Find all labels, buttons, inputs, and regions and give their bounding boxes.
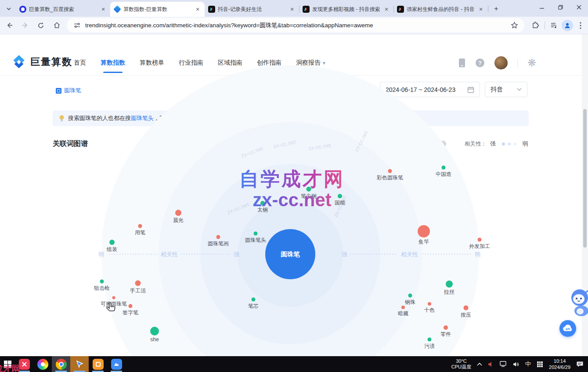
api-fab-button[interactable]: API (559, 320, 576, 337)
help-icon[interactable]: ? (475, 58, 485, 68)
bubble-太钢[interactable] (260, 201, 265, 205)
keyword-checkbox-icon[interactable] (56, 88, 61, 94)
tab-close-icon[interactable]: ✕ (100, 6, 107, 13)
taskbar-app-pointer-active[interactable] (70, 356, 89, 372)
browser-profile-avatar[interactable] (562, 20, 573, 31)
tab-title: 抖音-记录美好生活 (218, 6, 286, 13)
bubble-手工活[interactable] (135, 281, 141, 286)
nav-region[interactable]: 区域指南 (218, 57, 242, 69)
bubble-用笔[interactable] (138, 224, 142, 228)
back-icon[interactable] (3, 19, 16, 32)
url-text[interactable]: trendinsight.oceanengine.com/arithmetic-… (85, 22, 507, 29)
nav-home[interactable]: 首页 (74, 57, 86, 69)
browser-tab-5[interactable]: 强家村生鲜食品的抖音 - 抖音 ✕ (393, 2, 488, 17)
tab-close-icon[interactable]: ✕ (383, 6, 390, 13)
tab-search-chevron-icon[interactable] (3, 3, 15, 15)
scrollbar-thumb[interactable] (583, 109, 587, 248)
bubble-拉丝[interactable] (446, 281, 453, 288)
svg-text:API: API (566, 328, 570, 331)
bubble-污渍[interactable] (428, 338, 432, 342)
bubble-十色[interactable] (428, 302, 431, 306)
tray-expand-icon[interactable] (477, 362, 482, 366)
tab-close-icon[interactable]: ✕ (289, 6, 296, 13)
browser-tab-3[interactable]: 抖音-记录美好生活 ✕ (205, 2, 299, 17)
bubble-label: 签字笔 (123, 309, 138, 317)
muted-speaker-icon[interactable] (488, 361, 494, 367)
bubble-圆珠笔画[interactable] (216, 235, 220, 239)
legend-weak: 弱 (523, 140, 528, 148)
bubble-狙击枪[interactable] (100, 280, 104, 284)
reading-list-icon[interactable] (548, 19, 561, 32)
bubble-零件[interactable] (444, 325, 448, 330)
bubble-彩色圆珠笔[interactable] (388, 169, 392, 173)
platform-select[interactable]: 抖音 (485, 82, 527, 97)
bubble-可擦圆珠笔[interactable] (112, 296, 115, 299)
user-avatar[interactable] (494, 56, 508, 69)
taskbar-app-color-wheel[interactable] (33, 356, 52, 372)
tray-clock[interactable]: 10:14 2024/6/29 (549, 358, 570, 370)
nav-industry[interactable]: 行业指南 (179, 57, 203, 69)
volume-icon[interactable] (513, 361, 519, 367)
tab-close-icon[interactable]: ✕ (194, 6, 201, 13)
notification-center-icon[interactable] (576, 361, 584, 368)
pointer-app-icon (74, 359, 85, 370)
bubble-鱼竿[interactable] (418, 225, 430, 237)
site-logo[interactable]: 巨量算数 (11, 54, 72, 70)
bubble-笔尖钢[interactable] (307, 187, 311, 192)
mascot-character[interactable] (566, 288, 588, 317)
bubble-暗藏[interactable] (401, 306, 405, 309)
mobile-app-icon[interactable] (458, 58, 465, 68)
ime-grid-icon[interactable] (537, 361, 543, 368)
browser-tab-4[interactable]: 发现更多精彩视频 - 抖音搜索 ✕ (299, 2, 393, 17)
bubble-外发加工[interactable] (478, 238, 482, 242)
tab-title: 强家村生鲜食品的抖音 - 抖音 (407, 6, 475, 13)
bubble-签字笔[interactable] (129, 304, 133, 308)
taskbar-app-chrome[interactable] (52, 356, 70, 372)
keyword-tag[interactable]: 圆珠笔 (56, 87, 81, 95)
cpu-temp-widget[interactable]: 30°C CPU温度 (451, 358, 471, 370)
nav-rankings[interactable]: 算数榜单 (140, 57, 164, 69)
ime-indicator[interactable]: 中 (525, 360, 531, 368)
bubble-label: 十色 (424, 306, 435, 314)
center-keyword-bubble[interactable]: 圆珠笔 (265, 229, 315, 279)
bubble-圆珠笔头[interactable] (254, 232, 258, 236)
browser-menu-icon[interactable] (574, 19, 587, 32)
bubble-label: 狙击枪 (94, 284, 110, 292)
taskbar-app-recorder[interactable] (89, 356, 107, 372)
url-bar[interactable]: trendinsight.oceanengine.com/arithmetic-… (67, 18, 524, 33)
nav-index[interactable]: 算数指数 (101, 57, 125, 69)
extensions-icon[interactable] (529, 19, 542, 32)
forward-icon[interactable] (18, 19, 32, 32)
window-minimize-button[interactable] (533, 0, 551, 14)
bubble-label: 拉丝 (444, 288, 455, 296)
browser-tab-strip: 巨量算数_百度搜索 ✕ 算数指数-巨量算数 ✕ 抖音-记录美好生活 ✕ 发现更多… (0, 0, 588, 17)
browser-toolbar: trendinsight.oceanengine.com/arithmetic-… (0, 17, 588, 34)
web-page: 巨量算数 首页 算数指数 算数榜单 行业指南 区域指南 创作指南 洞察报告▼ ?… (0, 34, 588, 356)
bubble-中国造[interactable] (442, 166, 446, 170)
bubble-组装[interactable] (109, 240, 115, 245)
center-keyword-label: 圆珠笔 (281, 250, 300, 259)
home-icon[interactable] (50, 19, 63, 32)
taskbar-app-blue[interactable] (107, 356, 126, 372)
network-icon[interactable] (500, 361, 507, 367)
start-button[interactable] (0, 356, 15, 372)
bubble-晨光[interactable] (175, 210, 181, 216)
reload-icon[interactable] (34, 19, 47, 32)
bubble-按压[interactable] (464, 306, 469, 310)
pinwheel-icon[interactable]: ❋ (527, 57, 536, 69)
date-range-picker[interactable]: 2024-06-17 ~ 2024-06-23 (380, 82, 480, 97)
site-info-icon[interactable] (72, 21, 82, 30)
browser-tab-2-active[interactable]: 算数指数-巨量算数 ✕ (110, 2, 205, 17)
browser-tab-1[interactable]: 巨量算数_百度搜索 ✕ (16, 2, 110, 17)
bubble-笔芯[interactable] (252, 298, 256, 302)
bubble-国能[interactable] (338, 194, 342, 198)
window-restore-button[interactable] (551, 0, 570, 14)
bookmark-star-icon[interactable] (508, 19, 521, 32)
bubble-钢珠[interactable] (408, 294, 412, 298)
bubble-she[interactable] (150, 327, 159, 336)
tab-close-icon[interactable]: ✕ (477, 6, 484, 13)
new-tab-button[interactable]: + (491, 3, 502, 15)
window-close-button[interactable] (570, 0, 588, 14)
taskbar-app-pink-x[interactable] (15, 356, 33, 372)
hint-link-related[interactable]: 圆珠笔头 (131, 114, 154, 122)
